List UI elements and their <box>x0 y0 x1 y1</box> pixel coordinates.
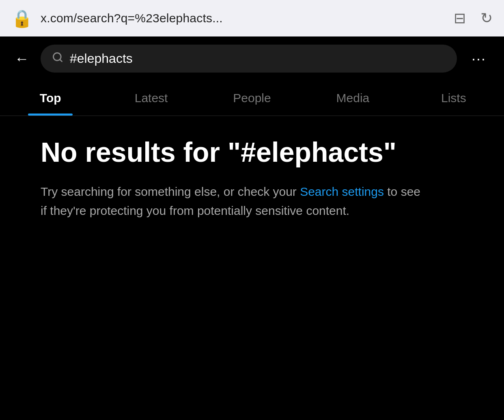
no-results-description: Try searching for something else, or che… <box>41 182 422 220</box>
tab-lists[interactable]: Lists <box>403 81 504 116</box>
search-input[interactable]: #elephacts <box>70 51 446 66</box>
reader-icon[interactable]: ⊟ <box>454 10 466 27</box>
search-icon <box>52 51 63 66</box>
back-button[interactable]: ← <box>11 47 32 71</box>
search-bar[interactable]: #elephacts <box>41 45 457 73</box>
reload-icon[interactable]: ↻ <box>480 10 493 27</box>
top-nav: ← #elephacts ··· <box>0 36 504 81</box>
no-results-title: No results for "#elephacts" <box>41 136 406 168</box>
tab-media[interactable]: Media <box>302 81 403 116</box>
app: ← #elephacts ··· Top Latest People Media… <box>0 36 504 236</box>
tab-latest[interactable]: Latest <box>101 81 201 116</box>
tab-people[interactable]: People <box>202 81 302 116</box>
more-button[interactable]: ··· <box>465 47 493 71</box>
main-content: No results for "#elephacts" Try searchin… <box>0 116 504 236</box>
search-settings-link[interactable]: Search settings <box>300 185 384 198</box>
lock-icon: 🔒 <box>11 9 32 28</box>
tabs-bar: Top Latest People Media Lists <box>0 81 504 116</box>
svg-line-1 <box>60 59 62 61</box>
browser-url: x.com/search?q=%23elephacts... <box>41 11 439 25</box>
tab-top[interactable]: Top <box>0 81 101 116</box>
no-results-desc-before: Try searching for something else, or che… <box>41 185 300 198</box>
browser-bar: 🔒 x.com/search?q=%23elephacts... ⊟ ↻ <box>0 0 504 36</box>
